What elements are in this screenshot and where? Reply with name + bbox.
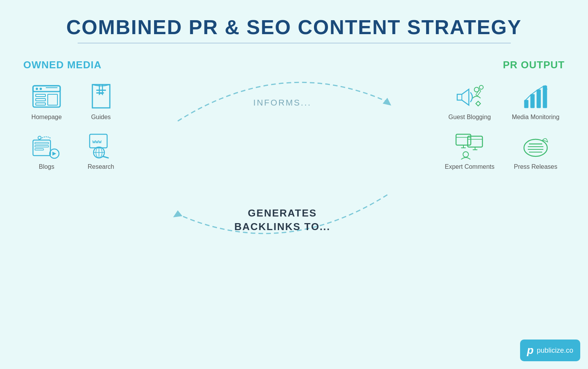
svg-text:www: www [92,139,102,144]
svg-rect-35 [543,86,547,108]
blogs-icon [31,132,62,159]
list-item: Media Monitoring [506,83,565,121]
svg-rect-14 [35,149,43,150]
svg-rect-31 [476,90,481,96]
owned-media-title: OWNED MEDIA [23,59,124,71]
svg-marker-16 [52,152,56,156]
svg-point-45 [463,152,468,157]
pr-output-section: PR OUTPUT [441,59,565,170]
brand-letter: p [527,344,534,357]
title-divider [78,43,511,43]
svg-point-29 [479,85,483,89]
svg-rect-34 [537,90,541,108]
svg-rect-6 [36,99,45,101]
center-area: INFORMS... GENERATES BACKLINKS TO... [124,59,441,272]
svg-rect-13 [35,146,49,147]
list-item: Expert Comments [441,132,499,170]
homepage-icon [31,83,62,110]
generates-label: GENERATES BACKLINKS TO... [224,206,341,234]
expert-comments-icon [454,132,485,159]
homepage-label: Homepage [31,114,62,121]
list-item: Blogs [23,132,70,170]
svg-point-2 [36,88,38,90]
svg-marker-25 [383,98,391,106]
media-monitoring-label: Media Monitoring [512,114,560,121]
research-label: Research [88,163,114,170]
svg-point-17 [38,136,41,139]
list-item: Guest Blogging [441,83,499,121]
guest-blogging-icon [454,83,485,110]
svg-marker-26 [173,210,182,217]
media-monitoring-icon [520,83,551,110]
page-container: COMBINED PR & SEO CONTENT STRATEGY OWNED… [0,0,588,369]
owned-media-section: OWNED MEDIA [23,59,124,170]
svg-rect-9 [96,90,106,91]
svg-rect-33 [531,94,534,108]
svg-marker-30 [476,101,480,106]
press-releases-label: Press Releases [514,163,557,170]
guides-icon [85,83,116,110]
svg-rect-7 [36,103,45,105]
svg-rect-5 [36,94,45,97]
informs-label: INFORMS... [253,98,312,108]
research-icon: www [85,132,116,159]
svg-line-21 [103,156,108,158]
list-item: Homepage [23,83,70,121]
expert-comments-label: Expert Comments [445,163,494,170]
svg-point-46 [524,139,547,156]
guest-blogging-label: Guest Blogging [448,114,491,121]
svg-point-3 [40,88,42,90]
owned-media-grid: Homepage Guides [23,83,124,170]
informs-arrow-svg [166,51,399,140]
guides-label: Guides [91,114,111,121]
content-area: OWNED MEDIA [23,59,565,272]
svg-rect-32 [524,100,528,108]
brand-badge: p publicize.co [520,340,580,361]
blogs-label: Blogs [39,163,54,170]
svg-rect-8 [48,94,57,105]
svg-rect-12 [35,142,49,144]
list-item: www Research [78,132,124,170]
press-releases-icon [520,132,551,159]
brand-name: publicize.co [537,346,573,355]
list-item: Press Releases [506,132,565,170]
pr-output-grid: Guest Blogging [441,83,565,170]
list-item: Guides [78,83,124,121]
page-title: COMBINED PR & SEO CONTENT STRATEGY [23,16,565,39]
pr-output-title: PR OUTPUT [441,59,565,71]
